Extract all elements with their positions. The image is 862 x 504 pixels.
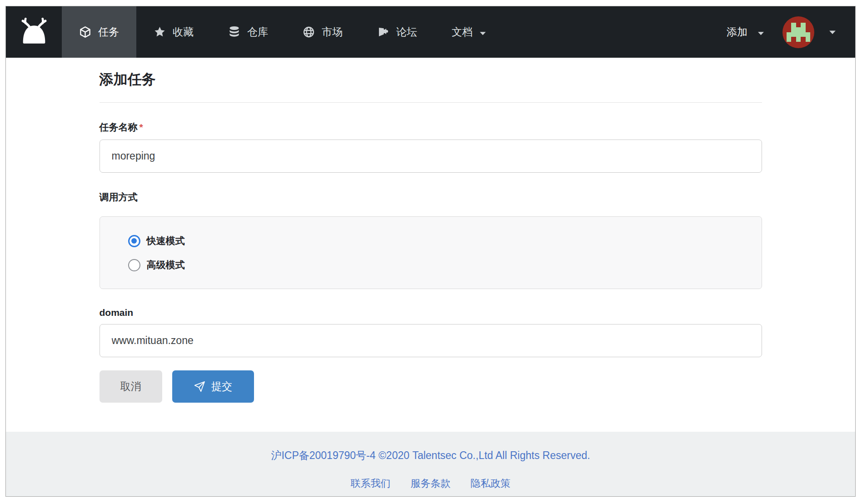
- nav-item-label: 市场: [322, 25, 343, 39]
- globe-icon: [303, 26, 315, 38]
- paper-plane-icon: [194, 381, 205, 393]
- task-name-input[interactable]: [100, 140, 762, 173]
- cube-icon: [79, 26, 91, 38]
- footer-link-privacy[interactable]: 隐私政策: [471, 477, 511, 490]
- nav-item-repository[interactable]: 仓库: [211, 6, 285, 58]
- nav-item-label: 任务: [98, 25, 119, 39]
- domain-input[interactable]: [100, 324, 762, 357]
- page-title: 添加任务: [100, 70, 762, 90]
- main-content: 添加任务 任务名称* 调用方式 快速模式 高级模式 domain 取: [6, 58, 855, 432]
- task-name-label: 任务名称*: [100, 121, 762, 134]
- add-menu[interactable]: 添加: [727, 25, 764, 39]
- nav-item-label: 文档: [452, 25, 473, 39]
- mode-label: 调用方式: [100, 191, 762, 204]
- footer-link-terms[interactable]: 服务条款: [411, 477, 451, 490]
- form-actions: 取消 提交: [100, 370, 762, 403]
- nav-item-label: 仓库: [247, 25, 268, 39]
- nav-item-market[interactable]: 市场: [285, 6, 360, 58]
- radio-option-advanced-mode[interactable]: 高级模式: [128, 255, 762, 275]
- database-icon: [228, 26, 240, 38]
- copyright-text: 沪ICP备20019790号-4 ©2020 Talentsec Co.,Ltd…: [6, 449, 855, 463]
- chevron-down-icon: [479, 26, 486, 38]
- submit-button-label: 提交: [211, 379, 232, 394]
- avatar-identicon: [787, 23, 811, 42]
- footer-links: 联系我们 服务条款 隐私政策: [6, 477, 855, 490]
- cancel-button[interactable]: 取消: [100, 370, 162, 403]
- page-footer: 沪ICP备20019790号-4 ©2020 Talentsec Co.,Ltd…: [6, 432, 855, 496]
- nav-item-forum[interactable]: 论坛: [360, 6, 434, 58]
- radio-option-label: 高级模式: [147, 259, 185, 271]
- top-navbar: 任务 收藏 仓库: [6, 6, 855, 58]
- submit-button[interactable]: 提交: [172, 370, 254, 403]
- mascot-logo-icon: [19, 18, 50, 47]
- navbar-right: 添加: [727, 6, 855, 58]
- title-divider: [100, 102, 762, 103]
- nav-item-label: 论坛: [396, 25, 417, 39]
- domain-label: domain: [100, 307, 762, 318]
- nav-item-tasks[interactable]: 任务: [62, 6, 136, 58]
- radio-unselected-icon[interactable]: [128, 259, 140, 271]
- nav-item-favorites[interactable]: 收藏: [136, 6, 211, 58]
- radio-option-label: 快速模式: [147, 235, 185, 247]
- add-menu-label: 添加: [727, 25, 747, 39]
- nav-menu: 任务 收藏 仓库: [62, 6, 503, 58]
- star-icon: [154, 26, 166, 38]
- required-asterisk: *: [140, 122, 143, 132]
- brand-logo[interactable]: [6, 6, 62, 58]
- avatar[interactable]: [782, 16, 814, 48]
- radio-selected-icon[interactable]: [128, 235, 140, 247]
- radio-option-quick-mode[interactable]: 快速模式: [128, 231, 762, 251]
- app-window: 任务 收藏 仓库: [5, 6, 856, 497]
- mode-panel: 快速模式 高级模式: [100, 216, 762, 289]
- nav-item-docs[interactable]: 文档: [434, 6, 503, 58]
- user-menu-caret-icon[interactable]: [829, 28, 836, 36]
- nav-item-label: 收藏: [173, 25, 194, 39]
- footer-link-contact[interactable]: 联系我们: [351, 477, 391, 490]
- chevron-down-icon: [757, 26, 764, 38]
- megaphone-icon: [377, 26, 389, 38]
